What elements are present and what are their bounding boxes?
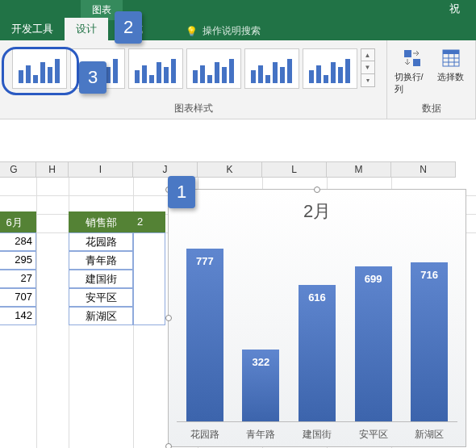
switch-rowcol-icon (403, 48, 422, 68)
cell-header-2m[interactable]: 2 (133, 211, 165, 232)
cell-value[interactable]: 295 (0, 251, 36, 270)
select-data-icon (441, 48, 461, 68)
col-header-J[interactable]: J (133, 161, 198, 178)
cell-2m-range[interactable] (133, 232, 165, 325)
chart-style-3[interactable] (128, 48, 183, 89)
chart-bar[interactable] (299, 285, 336, 421)
cell-category[interactable]: 新湖区 (69, 307, 133, 325)
svg-rect-1 (413, 59, 420, 66)
chart-category-label: 花园路 (182, 428, 228, 442)
style-gallery-more-icon[interactable]: ▾ (361, 74, 375, 87)
tab-developer[interactable]: 开发工具 (0, 18, 65, 40)
chart-bar[interactable] (242, 350, 279, 421)
cell-category[interactable]: 青年路 (69, 251, 133, 270)
lightbulb-icon: 💡 (186, 26, 198, 37)
col-header-N[interactable]: N (391, 161, 456, 178)
col-header-G[interactable]: G (0, 161, 36, 178)
ribbon: ▲ ▼ ▾ 图表样式 切换行/列 选择数 数据 (0, 40, 476, 119)
cell-header-dept[interactable]: 销售部 (69, 211, 133, 232)
style-row-down-icon[interactable]: ▼ (361, 61, 375, 74)
chart-style-1[interactable] (12, 48, 67, 89)
top-right-hint: 祝 (449, 2, 460, 16)
chart-category-axis: 花园路青年路建国街安平区新湖区 (177, 428, 457, 442)
tell-me-label: 操作说明搜索 (203, 24, 261, 38)
select-data-label: 选择数 (437, 71, 464, 83)
title-bar: 图表 祝 开发工具 设计 式 💡 操作说明搜索 (0, 0, 476, 40)
chart-style-expand[interactable]: ▲ ▼ ▾ (361, 48, 375, 87)
resize-handle[interactable] (165, 315, 172, 321)
style-row-up-icon[interactable]: ▲ (361, 48, 375, 61)
col-header-M[interactable]: M (327, 161, 391, 178)
resize-handle[interactable] (314, 186, 320, 193)
col-header-L[interactable]: L (262, 161, 327, 178)
worksheet[interactable]: G H I J K L M N 6月 284 295 27 707 142 销售… (0, 161, 476, 448)
chart-style-5[interactable] (244, 48, 299, 89)
cell-header-6m[interactable]: 6月 (0, 211, 36, 232)
chart-style-4[interactable] (186, 48, 241, 89)
chart-bar[interactable] (186, 249, 223, 421)
chart-title[interactable]: 2月 (169, 199, 466, 224)
col-header-K[interactable]: K (198, 161, 262, 178)
cell-category[interactable]: 花园路 (69, 232, 133, 251)
chart-category-label: 青年路 (238, 428, 283, 442)
embedded-chart[interactable]: 2月 花园路青年路建国街安平区新湖区 (168, 189, 466, 447)
svg-rect-0 (404, 50, 411, 57)
svg-rect-3 (443, 50, 459, 54)
switch-row-col-button[interactable]: 切换行/列 (395, 48, 430, 95)
callout-2: 2 (115, 11, 142, 44)
chart-style-6[interactable] (303, 48, 357, 89)
column-headers: G H I J K L M N (0, 161, 476, 178)
callout-3: 3 (79, 61, 106, 94)
chart-category-label: 安平区 (351, 428, 396, 442)
select-data-button[interactable]: 选择数 (433, 48, 469, 83)
cell-value[interactable]: 707 (0, 288, 36, 307)
chart-category-label: 新湖区 (407, 428, 452, 442)
callout-1: 1 (168, 176, 195, 208)
group-label-styles: 图表样式 (174, 100, 213, 119)
col-header-H[interactable]: H (36, 161, 69, 178)
group-chart-styles: ▲ ▼ ▾ 图表样式 (0, 40, 387, 119)
resize-handle[interactable] (165, 443, 172, 448)
switch-row-col-label: 切换行/列 (395, 71, 430, 95)
cell-value[interactable]: 142 (0, 307, 36, 325)
cell-category[interactable]: 建国街 (69, 270, 133, 288)
chart-plot-area[interactable] (177, 238, 457, 422)
tab-design[interactable]: 设计 (65, 18, 108, 40)
group-data: 切换行/列 选择数 数据 (387, 40, 476, 119)
cell-value[interactable]: 27 (0, 270, 36, 288)
chart-category-label: 建国街 (294, 428, 340, 442)
col-header-I[interactable]: I (69, 161, 133, 178)
tell-me-search[interactable]: 💡 操作说明搜索 (186, 24, 261, 38)
chart-bar[interactable] (411, 262, 448, 421)
chart-bar[interactable] (355, 266, 392, 421)
group-label-data: 数据 (422, 100, 441, 119)
cell-category[interactable]: 安平区 (69, 288, 133, 307)
cell-value[interactable]: 284 (0, 232, 36, 251)
